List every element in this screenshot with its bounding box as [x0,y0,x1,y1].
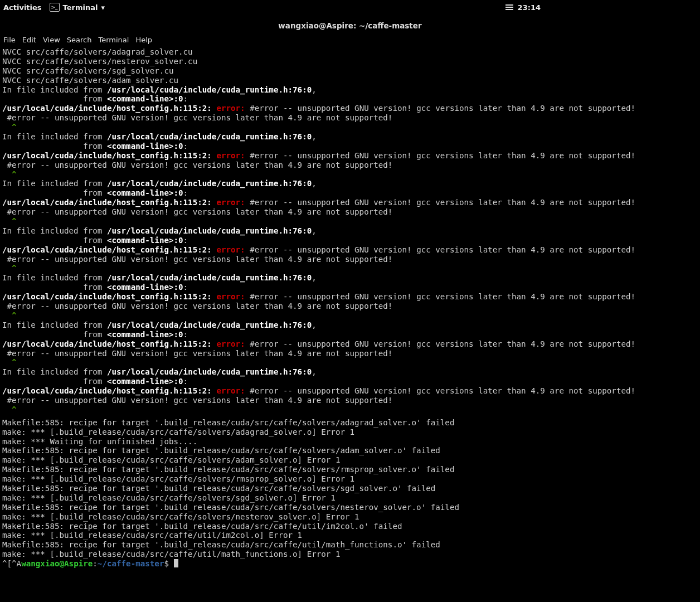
menu-terminal[interactable]: Terminal [98,36,129,44]
terminal-output[interactable]: NVCC src/caffe/solvers/adagrad_solver.cu… [0,47,700,569]
activities-button[interactable]: Activities [3,3,42,12]
terminal-icon: >_ [50,3,60,12]
clock-time: 23:14 [518,3,541,12]
app-name: Terminal [63,3,98,12]
menu-search[interactable]: Search [67,36,92,44]
menu-view[interactable]: View [43,36,60,44]
menu-edit[interactable]: Edit [22,36,36,44]
cursor [174,559,178,567]
hamburger-icon [505,3,513,11]
gnome-top-bar: Activities >_ Terminal ▾ 23:14 [0,0,700,14]
menu-file[interactable]: File [3,36,16,44]
chevron-down-icon: ▾ [101,3,105,12]
menu-bar: File Edit View Search Terminal Help [0,33,700,47]
window-title: wangxiao@Aspire: ~/caffe-master [0,14,700,33]
menu-help[interactable]: Help [135,36,152,44]
clock[interactable]: 23:14 [505,3,541,12]
app-menu[interactable]: >_ Terminal ▾ [50,3,105,12]
